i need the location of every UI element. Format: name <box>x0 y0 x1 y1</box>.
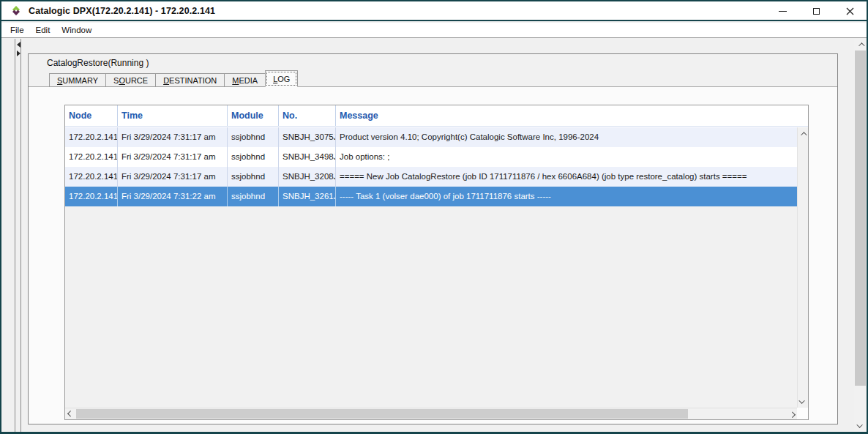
tab-destination[interactable]: DESTINATION <box>155 73 225 87</box>
menu-edit[interactable]: Edit <box>30 23 56 37</box>
cell-no: SNBJH_3261J <box>279 187 336 206</box>
cell-message: ----- Task 1 (volser dae000) of job 1711… <box>336 187 797 206</box>
menu-window[interactable]: Window <box>56 23 97 37</box>
cell-no: SNBJH_3075J <box>279 127 336 147</box>
table-row[interactable]: 172.20.2.141 Fri 3/29/2024 7:31:17 am ss… <box>65 127 797 147</box>
column-header-no[interactable]: No. <box>279 105 336 126</box>
cell-node: 172.20.2.141 <box>65 167 118 187</box>
scrollbar-corner <box>797 408 808 419</box>
log-table-body: 172.20.2.141 Fri 3/29/2024 7:31:17 am ss… <box>65 127 797 408</box>
splitter-expand-icon[interactable] <box>17 50 20 56</box>
tab-summary[interactable]: SUMMARY <box>49 73 106 87</box>
table-vertical-scrollbar[interactable] <box>797 127 808 408</box>
scroll-down-icon[interactable] <box>854 420 867 432</box>
scroll-right-icon[interactable] <box>786 408 797 419</box>
column-header-module[interactable]: Module <box>228 105 279 126</box>
menu-bar: File Edit Window <box>1 23 867 38</box>
cell-time: Fri 3/29/2024 7:31:17 am <box>118 167 228 187</box>
cell-module: ssjobhnd <box>228 127 279 147</box>
close-icon <box>846 7 854 15</box>
vscroll-thumb[interactable] <box>855 50 866 386</box>
minimize-button[interactable] <box>766 1 799 21</box>
log-table: Node Time Module No. Message 172.20.2.14… <box>64 105 809 420</box>
job-tabs: SUMMARY SOURCE DESTINATION MEDIA LOG <box>49 72 297 87</box>
scroll-up-icon[interactable] <box>854 39 867 50</box>
cell-node: 172.20.2.141 <box>65 187 118 206</box>
collapsed-sidebar <box>1 39 15 432</box>
table-horizontal-scrollbar[interactable] <box>65 408 797 419</box>
job-panel: CatalogRestore(Running ) SUMMARY SOURCE … <box>28 53 838 424</box>
window-title: Catalogic DPX(172.20.2.141) - 172.20.2.1… <box>29 6 215 16</box>
cell-no: SNBJH_3498J <box>279 147 336 167</box>
hscroll-thumb[interactable] <box>76 409 688 419</box>
maximize-icon <box>813 8 820 15</box>
cell-time: Fri 3/29/2024 7:31:22 am <box>118 187 228 206</box>
splitter-collapse-icon[interactable] <box>17 42 20 48</box>
column-header-node[interactable]: Node <box>65 105 118 126</box>
tab-media[interactable]: MEDIA <box>224 73 266 87</box>
column-header-time[interactable]: Time <box>118 105 228 126</box>
tab-log[interactable]: LOG <box>265 70 298 87</box>
title-bar: Catalogic DPX(172.20.2.141) - 172.20.2.1… <box>1 1 867 21</box>
tab-source[interactable]: SOURCE <box>105 73 156 87</box>
cell-module: ssjobhnd <box>228 147 279 167</box>
cell-node: 172.20.2.141 <box>65 127 118 147</box>
table-row-selected[interactable]: 172.20.2.141 Fri 3/29/2024 7:31:22 am ss… <box>65 187 797 206</box>
table-row[interactable]: 172.20.2.141 Fri 3/29/2024 7:31:17 am ss… <box>65 147 797 167</box>
catalogic-logo-icon <box>10 5 22 17</box>
app-window: Catalogic DPX(172.20.2.141) - 172.20.2.1… <box>1 1 867 432</box>
minimize-icon <box>779 11 787 12</box>
cell-time: Fri 3/29/2024 7:31:17 am <box>118 127 228 147</box>
cell-time: Fri 3/29/2024 7:31:17 am <box>118 147 228 167</box>
column-header-message[interactable]: Message <box>336 105 808 126</box>
menu-file[interactable]: File <box>4 23 30 37</box>
cell-node: 172.20.2.141 <box>65 147 118 167</box>
job-status-title: CatalogRestore(Running ) <box>47 58 149 68</box>
window-vertical-scrollbar[interactable] <box>854 39 867 432</box>
scroll-up-icon[interactable] <box>798 128 808 139</box>
scroll-down-icon[interactable] <box>798 396 808 407</box>
cell-message: Job options: ; <box>336 147 797 167</box>
log-table-header: Node Time Module No. Message <box>65 105 808 127</box>
cell-message: ===== New Job CatalogRestore (job ID 171… <box>336 167 797 187</box>
cell-no: SNBJH_3208J <box>279 167 336 187</box>
window-controls <box>766 1 867 21</box>
table-row[interactable]: 172.20.2.141 Fri 3/29/2024 7:31:17 am ss… <box>65 167 797 187</box>
cell-module: ssjobhnd <box>228 187 279 206</box>
scroll-left-icon[interactable] <box>65 408 76 419</box>
cell-module: ssjobhnd <box>228 167 279 187</box>
cell-message: Product version 4.10; Copyright(c) Catal… <box>336 127 797 147</box>
sidebar-splitter[interactable] <box>16 39 21 432</box>
maximize-button[interactable] <box>799 1 833 21</box>
close-button[interactable] <box>833 1 867 21</box>
content-area: CatalogRestore(Running ) SUMMARY SOURCE … <box>1 39 867 432</box>
